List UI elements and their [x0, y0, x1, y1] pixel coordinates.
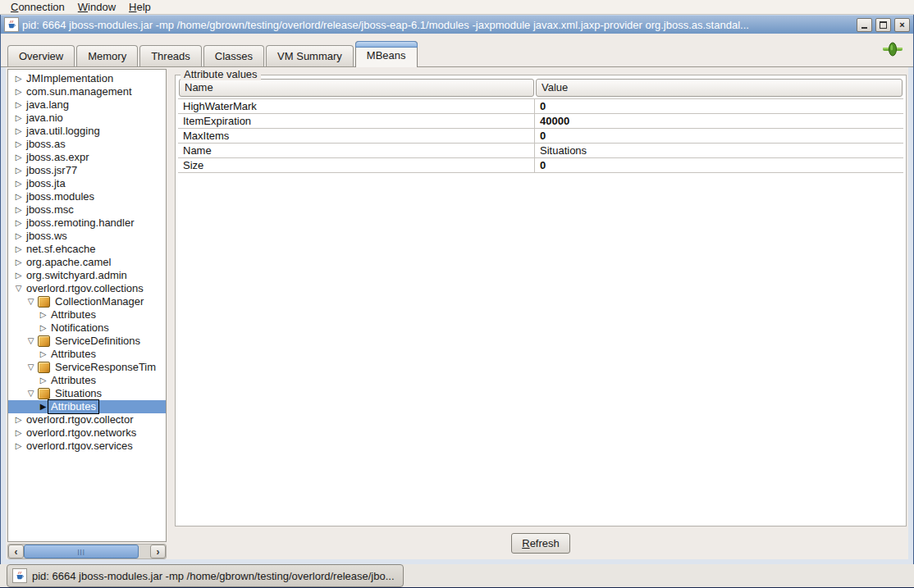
- tree-node-label: jboss.jsr77: [24, 164, 80, 177]
- expander-icon[interactable]: ▷: [38, 348, 48, 361]
- expander-icon[interactable]: ▷: [13, 151, 24, 164]
- expander-icon[interactable]: ▷: [13, 230, 24, 243]
- expander-icon[interactable]: ▽: [25, 387, 36, 400]
- tree-node[interactable]: ▽ServiceResponseTim: [8, 361, 166, 374]
- expander-icon[interactable]: ▷: [38, 374, 48, 387]
- tree-node[interactable]: ▷java.nio: [8, 112, 166, 125]
- tree-node[interactable]: ▷jboss.as: [8, 138, 166, 151]
- expander-icon[interactable]: ▷: [13, 72, 24, 85]
- attribute-row[interactable]: Size0: [178, 158, 903, 173]
- tree-node[interactable]: ▷jboss.as.expr: [8, 151, 166, 164]
- split-divider[interactable]: [167, 67, 175, 559]
- expander-icon[interactable]: ▷: [13, 217, 24, 230]
- tree-node[interactable]: ▷overlord.rtgov.collector: [8, 413, 166, 426]
- expander-icon[interactable]: ▽: [25, 335, 36, 348]
- tree-node[interactable]: ▽CollectionManager: [8, 295, 166, 308]
- menu-help[interactable]: Help: [123, 0, 157, 14]
- attribute-row[interactable]: HighWaterMark0: [178, 99, 903, 114]
- tab-classes[interactable]: Classes: [203, 45, 264, 66]
- attribute-value-cell[interactable]: 0: [535, 129, 903, 143]
- scroll-left-icon[interactable]: ‹: [8, 545, 24, 558]
- attribute-name-cell[interactable]: Name: [178, 144, 535, 157]
- frame-titlebar[interactable]: pid: 6664 jboss-modules.jar -mp /home/gb…: [1, 15, 913, 34]
- expander-icon[interactable]: ▽: [25, 295, 36, 308]
- minimize-button[interactable]: [857, 18, 872, 32]
- tree-node[interactable]: ▷org.switchyard.admin: [8, 269, 166, 282]
- expander-icon[interactable]: ▽: [13, 282, 24, 295]
- tree-node[interactable]: ▷jboss.remoting.handler: [8, 217, 166, 230]
- taskbar-window-button[interactable]: pid: 6664 jboss-modules.jar -mp /home/gb…: [7, 564, 404, 587]
- attribute-value-cell[interactable]: 0: [535, 99, 903, 113]
- tree-node[interactable]: ▷jboss.modules: [8, 190, 166, 203]
- tree-node[interactable]: ▷overlord.rtgov.services: [8, 440, 166, 453]
- maximize-button[interactable]: [875, 18, 891, 32]
- expander-icon[interactable]: ▷: [13, 243, 24, 256]
- expander-icon[interactable]: ▷: [13, 138, 24, 151]
- expander-icon[interactable]: ▷: [13, 177, 24, 190]
- group-title: Attribute values: [181, 68, 261, 80]
- expander-icon[interactable]: ▷: [13, 125, 24, 138]
- menu-connection[interactable]: Connection: [5, 0, 71, 14]
- expander-icon[interactable]: ▷: [13, 256, 24, 269]
- attribute-row[interactable]: NameSituations: [178, 144, 903, 158]
- tree-node[interactable]: ▷java.lang: [8, 98, 166, 112]
- attribute-name-cell[interactable]: Size: [178, 158, 535, 172]
- scrollbar-track[interactable]: [139, 545, 150, 558]
- attribute-row[interactable]: MaxItems0: [178, 129, 903, 144]
- tree-node[interactable]: ▶Attributes: [8, 400, 166, 413]
- tree-node[interactable]: ▷jboss.msc: [8, 203, 166, 217]
- tree-node[interactable]: ▷Attributes: [8, 308, 166, 321]
- tab-mbeans[interactable]: MBeans: [355, 41, 418, 67]
- expander-icon[interactable]: ▽: [25, 361, 36, 374]
- tab-overview[interactable]: Overview: [7, 45, 75, 66]
- attribute-value-cell[interactable]: Situations: [535, 144, 903, 157]
- tree-node[interactable]: ▷overlord.rtgov.networks: [8, 426, 166, 440]
- refresh-button[interactable]: Refresh: [511, 533, 570, 554]
- tree-node[interactable]: ▷jboss.jsr77: [8, 164, 166, 177]
- tree-node[interactable]: ▽ServiceDefinitions: [8, 335, 166, 348]
- scrollbar-thumb[interactable]: |||: [24, 545, 139, 558]
- attribute-table-header: Name Value: [178, 78, 903, 98]
- expander-icon[interactable]: ▷: [13, 85, 24, 98]
- expander-icon[interactable]: ▷: [13, 269, 24, 282]
- attribute-name-cell[interactable]: HighWaterMark: [178, 99, 535, 113]
- expander-icon[interactable]: ▷: [38, 308, 48, 321]
- attribute-value-cell[interactable]: 40000: [535, 114, 903, 128]
- attribute-name-cell[interactable]: ItemExpiration: [178, 114, 535, 128]
- tree-node[interactable]: ▷net.sf.ehcache: [8, 243, 166, 256]
- attribute-value-cell[interactable]: 0: [535, 158, 903, 172]
- scroll-right-icon[interactable]: ›: [150, 545, 166, 558]
- tree-node[interactable]: ▽Situations: [8, 387, 166, 400]
- column-header-value[interactable]: Value: [536, 79, 903, 97]
- tab-threads[interactable]: Threads: [139, 45, 202, 66]
- menu-window[interactable]: Window: [72, 0, 121, 14]
- tree-node[interactable]: ▽overlord.rtgov.collections: [8, 282, 166, 295]
- tree-node[interactable]: ▷jboss.ws: [8, 230, 166, 243]
- expander-icon[interactable]: ▷: [13, 413, 24, 426]
- tree-horizontal-scrollbar[interactable]: ‹ ||| ›: [7, 544, 167, 559]
- tree-node[interactable]: ▷org.apache.camel: [8, 256, 166, 269]
- expander-icon[interactable]: ▷: [38, 321, 48, 335]
- expander-icon[interactable]: ▷: [13, 112, 24, 125]
- expander-icon[interactable]: ▷: [13, 440, 24, 453]
- tree-node[interactable]: ▷Attributes: [8, 374, 166, 387]
- expander-icon[interactable]: ▷: [13, 98, 24, 112]
- tree-node[interactable]: ▷Attributes: [8, 348, 166, 361]
- tree-node[interactable]: ▷JMImplementation: [8, 72, 166, 85]
- tree-node[interactable]: ▷jboss.jta: [8, 177, 166, 190]
- tree-node-label: org.switchyard.admin: [24, 269, 130, 282]
- expander-icon[interactable]: ▷: [13, 426, 24, 440]
- attribute-row[interactable]: ItemExpiration40000: [178, 114, 903, 129]
- close-button[interactable]: ×: [894, 18, 910, 32]
- tree-node[interactable]: ▷Notifications: [8, 321, 166, 335]
- expander-icon[interactable]: ▷: [13, 203, 24, 217]
- tab-vm-summary[interactable]: VM Summary: [266, 45, 354, 66]
- tab-memory[interactable]: Memory: [76, 45, 138, 66]
- expander-icon[interactable]: ▷: [13, 190, 24, 203]
- tree-node[interactable]: ▷com.sun.management: [8, 85, 166, 98]
- column-header-name[interactable]: Name: [179, 79, 534, 97]
- expander-icon[interactable]: ▷: [13, 164, 24, 177]
- attribute-name-cell[interactable]: MaxItems: [178, 129, 535, 143]
- expander-icon[interactable]: ▶: [38, 400, 48, 413]
- tree-node[interactable]: ▷java.util.logging: [8, 125, 166, 138]
